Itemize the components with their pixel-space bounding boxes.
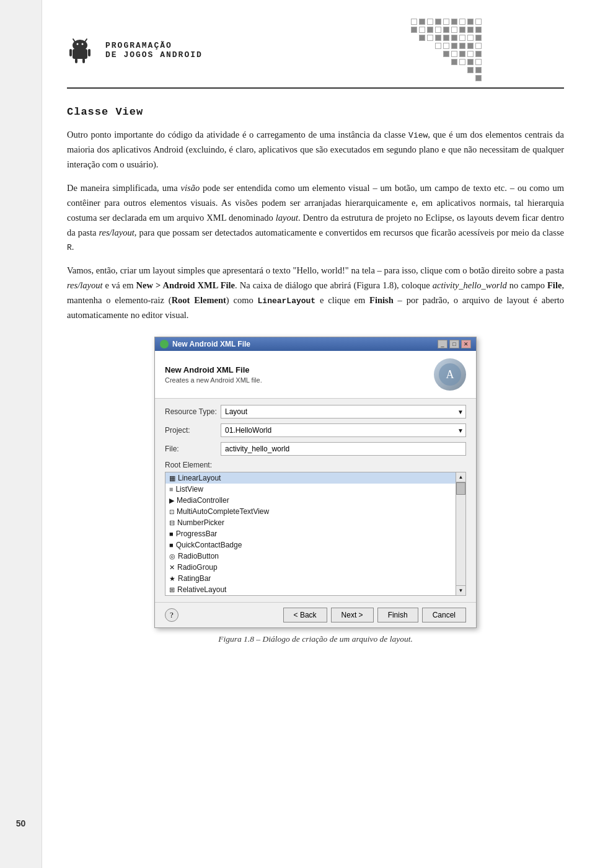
book-title: PROGRAMAÇÃO DE JOGOS ANDROID [105,41,203,60]
dialog-app-icon [160,340,169,348]
listview-icon: ≡ [169,485,173,493]
dialog-window: New Android XML File _ □ ✕ New Android X… [154,337,477,628]
dialog-body: Resource Type: Layout ▼ Project: [155,399,476,602]
radiobutton-label: RadioButton [178,552,219,560]
svg-rect-5 [73,49,87,59]
close-btn[interactable]: ✕ [461,340,471,348]
dialog-title: New Android XML File [172,340,250,348]
svg-rect-8 [75,58,77,63]
mediacontroller-icon: ▶ [169,497,174,505]
title-line1: PROGRAMAÇÃO [105,41,203,50]
cancel-button[interactable]: Cancel [422,608,466,622]
svg-point-4 [82,43,84,45]
list-scrollbar[interactable]: ▲ ▼ [456,472,466,596]
next-button[interactable]: Next > [331,608,374,622]
title-line2: DE JOGOS ANDROID [105,50,203,60]
svg-rect-7 [88,49,90,56]
project-input[interactable]: 01.HelloWorld ▼ [221,423,466,437]
list-item-linearlayout[interactable]: ▦ LinearLayout [165,472,456,484]
titlebar-controls: _ □ ✕ [438,340,471,348]
list-item-scroll[interactable]: ⊞ Sc... [165,595,456,596]
paragraph-2: De maneira simplificada, uma visão pode … [67,181,564,255]
italic-visao: visão [181,183,200,193]
paragraph-1: Outro ponto importante do código da ativ… [67,128,564,172]
list-container: ▦ LinearLayout ≡ ListView ▶ MediaControl… [165,472,466,596]
list-item-relativelayout[interactable]: ⊞ RelativeLayout [165,584,456,595]
scrollbar-up-btn[interactable]: ▲ [456,472,465,482]
linearlayout-icon: ▦ [169,474,175,482]
dialog-header-subtitle: Creates a new Android XML file. [165,376,434,384]
linearlayout-label: LinearLayout [178,474,221,482]
italic-res-layout2: res/layout [67,280,102,290]
page-number: 50 [16,818,26,828]
root-element-list[interactable]: ▦ LinearLayout ≡ ListView ▶ MediaControl… [165,472,456,596]
figure-caption: Figura 1.8 – Diálogo de criação de um ar… [67,634,564,644]
quickcontactbadge-icon: ■ [169,541,174,549]
bold-file: File [547,280,562,290]
resource-type-row: Resource Type: Layout ▼ [165,405,466,418]
dialog-header-section: New Android XML File Creates a new Andro… [155,351,476,399]
restore-btn[interactable]: □ [449,340,459,348]
bold-linearlayout: LinearLayout [258,296,316,306]
scrollbar-down-btn[interactable]: ▼ [456,585,465,595]
page-header: PROGRAMAÇÃO DE JOGOS ANDROID [67,19,564,89]
list-item-progressbar[interactable]: ■ ProgressBar [165,528,456,539]
italic-layout: layout [276,213,298,223]
file-text-input[interactable] [221,442,466,456]
section-title: Classe View [67,106,564,118]
dialog-titlebar: New Android XML File _ □ ✕ [155,337,476,351]
list-item-radiobutton[interactable]: ◎ RadioButton [165,551,456,562]
root-element-section: Root Element: ▦ LinearLayout ≡ ListView [165,461,466,596]
scrollbar-track [456,482,465,585]
italic-res-layout: res/layout [99,228,134,237]
numberpicker-label: NumberPicker [177,518,224,527]
listview-label: ListView [175,485,203,494]
radiogroup-label: RadioGroup [177,563,218,572]
ratingbar-label: RatingBar [178,574,211,583]
bold-new: New > Android XML File [136,280,236,290]
list-item-multiautocomplete[interactable]: ⊡ MultiAutoCompleteTextView [165,506,456,517]
file-label: File: [165,445,221,453]
titlebar-left: New Android XML File [160,340,250,348]
quickcontactbadge-label: QuickContactBadge [176,541,242,549]
radiogroup-icon: ✕ [169,564,175,572]
progressbar-label: ProgressBar [176,529,218,538]
code-r: R [67,243,72,252]
minimize-btn[interactable]: _ [438,340,447,348]
resource-type-label: Resource Type: [165,407,221,416]
android-logo [67,35,97,65]
italic-activity: activity_hello_world [433,280,507,290]
mediacontroller-label: MediaController [177,496,229,505]
help-button-area: ? [165,608,178,622]
action-buttons: < Back Next > Finish Cancel [283,608,466,622]
numberpicker-icon: ⊟ [169,519,175,527]
list-item-listview[interactable]: ≡ ListView [165,484,456,495]
file-row: File: [165,442,466,456]
relativelayout-label: RelativeLayout [177,585,226,594]
bold-finish: Finish [369,295,394,305]
svg-text:A: A [446,368,454,381]
resource-type-input[interactable]: Layout ▼ [221,405,466,418]
dialog-header-text: New Android XML File Creates a new Andro… [165,365,434,384]
dialog-screenshot: New Android XML File _ □ ✕ New Android X… [67,337,564,628]
finish-button[interactable]: Finish [377,608,418,622]
back-button[interactable]: < Back [283,608,327,622]
svg-rect-6 [69,49,72,56]
multiautocomplete-icon: ⊡ [169,508,174,515]
resource-type-select[interactable]: Layout [221,405,466,418]
list-item-ratingbar[interactable]: ★ RatingBar [165,573,456,584]
scrollbar-thumb[interactable] [456,482,465,495]
dialog-wizard-icon: A [434,358,466,391]
project-select[interactable]: 01.HelloWorld [221,423,466,437]
list-item-radiogroup[interactable]: ✕ RadioGroup [165,562,456,573]
help-button[interactable]: ? [165,608,178,622]
svg-rect-9 [82,58,85,63]
bold-root: Root Element [172,295,226,305]
relativelayout-icon: ⊞ [169,586,175,594]
root-element-label: Root Element: [165,461,466,469]
project-label: Project: [165,426,221,435]
file-input-wrapper[interactable] [221,442,466,456]
list-item-numberpicker[interactable]: ⊟ NumberPicker [165,517,456,528]
list-item-mediacontroller[interactable]: ▶ MediaController [165,495,456,506]
list-item-quickcontactbadge[interactable]: ■ QuickContactBadge [165,539,456,551]
